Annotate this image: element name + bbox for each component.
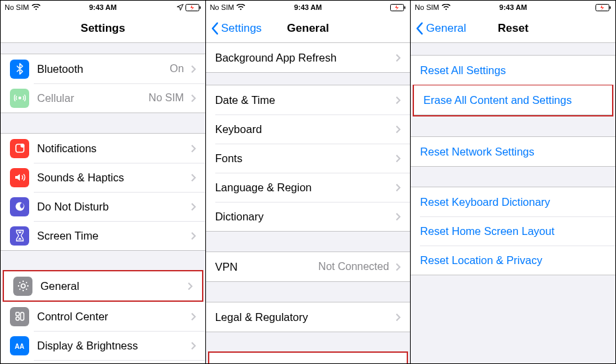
row-reset-network[interactable]: Reset Network Settings: [411, 137, 615, 166]
chevron-right-icon: [395, 96, 401, 105]
status-bar: No SIM 9:43 AM: [206, 1, 411, 14]
wifi-icon: [32, 4, 40, 11]
row-dnd[interactable]: Do Not Disturb: [1, 192, 205, 221]
row-label: Bluetooth: [37, 63, 83, 75]
row-label: Display & Brightness: [37, 340, 138, 352]
back-label: General: [426, 22, 466, 35]
row-keyboard[interactable]: Keyboard: [206, 114, 411, 144]
row-label: Reset Location & Privacy: [420, 254, 542, 267]
wifi-icon: [236, 4, 245, 11]
clock: 9:43 AM: [294, 3, 322, 11]
chevron-right-icon: [395, 212, 401, 221]
row-label: Reset Network Settings: [420, 146, 534, 158]
status-bar: No SIM 9:43 AM: [1, 1, 205, 14]
row-reset[interactable]: Reset: [209, 353, 407, 363]
chevron-right-icon: [395, 54, 401, 62]
row-datetime[interactable]: Date & Time: [206, 85, 411, 114]
chevron-right-icon: [395, 183, 401, 192]
back-button[interactable]: Settings: [211, 22, 262, 35]
chevron-right-icon: [392, 363, 397, 364]
row-reset-all[interactable]: Reset All Settings: [411, 56, 615, 85]
row-display[interactable]: AA Display & Brightness: [1, 331, 205, 360]
bluetooth-icon: [10, 60, 29, 79]
row-label: General: [40, 280, 79, 293]
nav-bar: Settings General: [206, 14, 411, 43]
notifications-icon: [10, 139, 29, 158]
pane-general: No SIM 9:43 AM Settings General Backgrou…: [206, 1, 411, 363]
row-notifications[interactable]: Notifications: [1, 134, 205, 163]
chevron-right-icon: [191, 144, 196, 153]
back-button[interactable]: General: [416, 22, 466, 35]
row-reset-keyboard[interactable]: Reset Keyboard Dictionary: [411, 187, 615, 216]
svg-text:AA: AA: [15, 343, 24, 350]
controlcenter-icon: [10, 307, 29, 326]
row-label: Sounds & Haptics: [37, 171, 124, 184]
screentime-icon: [10, 226, 29, 246]
row-bgrefresh[interactable]: Background App Refresh: [206, 43, 411, 72]
row-bluetooth[interactable]: Bluetooth On: [1, 54, 205, 83]
carrier-text: No SIM: [210, 3, 234, 11]
pane-reset: No SIM 9:43 AM General Reset Reset All S…: [411, 1, 615, 363]
row-dictionary[interactable]: Dictionary: [206, 202, 411, 231]
chevron-right-icon: [191, 65, 196, 73]
row-screentime[interactable]: Screen Time: [1, 221, 205, 250]
pane-settings: No SIM 9:43 AM Settings: [1, 1, 206, 363]
row-label: Reset All Settings: [420, 64, 505, 77]
cellular-icon: [10, 89, 29, 108]
svg-rect-7: [21, 312, 24, 320]
chevron-right-icon: [191, 312, 196, 321]
battery-icon: [390, 4, 406, 11]
row-label: VPN: [215, 261, 238, 273]
row-label: Screen Time: [37, 230, 99, 242]
carrier-text: No SIM: [5, 3, 29, 11]
highlight-general: General: [3, 270, 203, 302]
nav-bar: General Reset: [411, 14, 615, 43]
row-label: Reset: [219, 361, 247, 364]
svg-point-8: [16, 317, 19, 320]
chevron-right-icon: [395, 313, 401, 322]
row-label: Language & Region: [215, 181, 312, 194]
svg-point-2: [19, 97, 21, 99]
chevron-right-icon: [395, 263, 401, 271]
row-homescreen[interactable]: Home Screen: [1, 360, 205, 363]
row-controlcenter[interactable]: Control Center: [1, 302, 205, 331]
svg-rect-1: [199, 6, 201, 9]
row-label: Reset Home Screen Layout: [420, 225, 554, 238]
row-vpn[interactable]: VPN Not Connected: [206, 252, 411, 281]
row-legal[interactable]: Legal & Regulatory: [206, 302, 411, 332]
svg-point-5: [21, 284, 25, 288]
sounds-icon: [10, 168, 29, 187]
battery-icon: [185, 4, 201, 11]
row-reset-home[interactable]: Reset Home Screen Layout: [411, 216, 615, 246]
row-detail: No SIM: [148, 92, 187, 104]
back-label: Settings: [221, 22, 262, 35]
row-general[interactable]: General: [4, 271, 202, 300]
row-sounds[interactable]: Sounds & Haptics: [1, 163, 205, 192]
row-label: Reset Keyboard Dictionary: [420, 196, 550, 208]
carrier-text: No SIM: [415, 3, 439, 11]
chevron-right-icon: [191, 173, 196, 182]
svg-point-4: [21, 144, 25, 148]
row-label: Dictionary: [215, 210, 264, 223]
row-label: Notifications: [37, 142, 97, 155]
row-label: Date & Time: [215, 94, 276, 107]
row-language[interactable]: Language & Region: [206, 173, 411, 202]
wifi-icon: [442, 4, 450, 11]
svg-rect-20: [405, 6, 406, 9]
chevron-right-icon: [191, 341, 196, 350]
row-fonts[interactable]: Fonts: [206, 144, 411, 173]
row-erase-all[interactable]: Erase All Content and Settings: [414, 85, 612, 114]
row-label: Fonts: [215, 152, 242, 165]
battery-icon: [595, 4, 611, 11]
row-cellular[interactable]: Cellular No SIM: [1, 83, 205, 113]
row-reset-location[interactable]: Reset Location & Privacy: [411, 246, 615, 275]
general-icon: [13, 277, 32, 296]
highlight-reset: Reset: [208, 351, 409, 363]
row-detail: Not Connected: [319, 261, 393, 273]
svg-rect-22: [610, 6, 611, 9]
row-label: Keyboard: [215, 123, 262, 136]
dnd-icon: [10, 197, 29, 216]
row-detail: On: [170, 63, 187, 75]
chevron-right-icon: [187, 282, 193, 291]
row-label: Cellular: [37, 92, 74, 105]
